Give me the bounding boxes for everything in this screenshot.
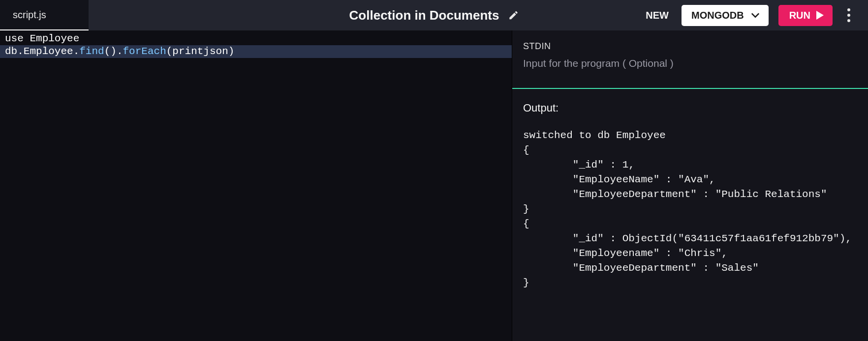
code-token: . [117, 46, 123, 57]
code-token: . [17, 46, 24, 57]
output-section: Output: switched to db Employee { "_id" … [512, 89, 868, 303]
stdin-section: STDIN [512, 30, 868, 88]
run-button[interactable]: RUN [778, 5, 833, 26]
code-token: . [73, 46, 80, 57]
code-token: db [5, 46, 17, 57]
kebab-dot-icon [847, 14, 850, 17]
main-area: use Employee db.Employee.find().forEach(… [0, 30, 868, 341]
code-token: use [5, 33, 24, 44]
more-menu-button[interactable] [842, 3, 855, 27]
code-token: ( [166, 46, 173, 57]
top-bar: script.js Collection in Documents NEW MO… [0, 0, 868, 30]
code-token: forEach [123, 46, 166, 57]
code-token: Employee [30, 33, 79, 44]
code-token: ) [228, 46, 235, 57]
editor-line-active: db.Employee.find().forEach(printjson) [0, 45, 512, 58]
code-editor[interactable]: use Employee db.Employee.find().forEach(… [0, 30, 512, 341]
output-title: Output: [523, 102, 857, 114]
chevron-down-icon [751, 12, 760, 18]
right-controls: NEW MONGODB RUN [643, 3, 868, 27]
io-pane: STDIN Output: switched to db Employee { … [512, 30, 868, 341]
new-button-label: NEW [646, 10, 669, 21]
code-token: Employee [24, 46, 73, 57]
edit-title-icon[interactable] [508, 10, 519, 21]
language-select[interactable]: MONGODB [682, 5, 769, 26]
new-button[interactable]: NEW [643, 6, 672, 25]
kebab-dot-icon [847, 8, 850, 11]
file-tab[interactable]: script.js [0, 0, 89, 30]
title-area: Collection in Documents [349, 8, 519, 23]
language-select-label: MONGODB [691, 10, 744, 21]
run-button-label: RUN [789, 10, 810, 21]
code-token: find [79, 46, 104, 57]
stdin-input[interactable] [523, 57, 857, 69]
code-token: () [104, 46, 117, 57]
editor-line: use Employee [0, 32, 512, 45]
stdin-label: STDIN [523, 41, 857, 52]
code-token [24, 33, 30, 44]
code-token: printjson [172, 46, 228, 57]
play-icon [816, 11, 824, 20]
file-tab-label: script.js [13, 9, 46, 21]
page-title: Collection in Documents [349, 8, 499, 23]
kebab-dot-icon [847, 19, 850, 22]
output-text: switched to db Employee { "_id" : 1, "Em… [523, 128, 857, 290]
